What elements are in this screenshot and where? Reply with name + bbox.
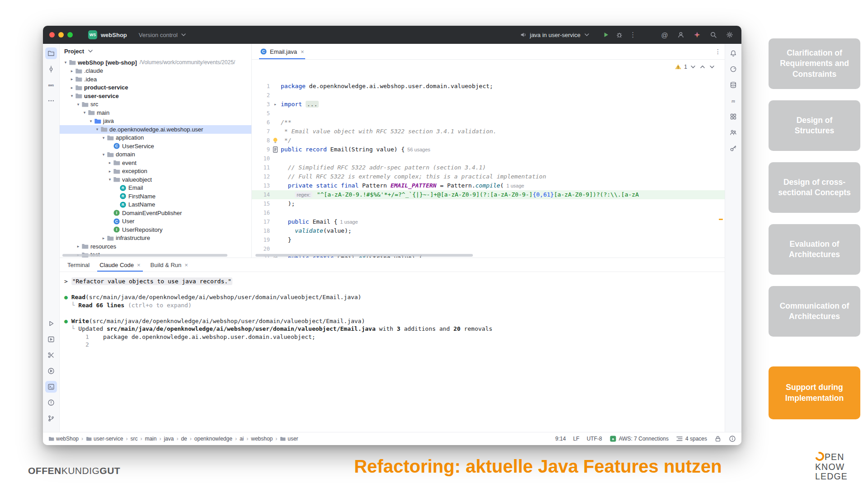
tree-item-lastname[interactable]: RLastName [60, 201, 251, 209]
breadcrumb-ai[interactable]: ai [240, 436, 244, 442]
more-icon[interactable] [45, 95, 57, 107]
chevron-down-icon[interactable] [708, 63, 716, 70]
tree-chevron-icon[interactable]: ▾ [94, 127, 100, 131]
caret-position[interactable]: 9:14 [555, 436, 566, 442]
tree-item-domaineventpublisher[interactable]: IDomainEventPublisher [60, 209, 251, 217]
scissors-icon[interactable] [45, 349, 57, 361]
problems-icon[interactable] [45, 397, 57, 408]
tree-chevron-icon[interactable]: ▸ [107, 169, 113, 174]
tree-item-valueobject[interactable]: ▾valueobject [60, 175, 251, 184]
tree-item-email[interactable]: REmail [60, 184, 251, 192]
tree-chevron-icon[interactable]: ▸ [100, 236, 107, 240]
key-icon[interactable] [727, 142, 739, 154]
tree-item-user[interactable]: CUser [60, 217, 251, 226]
tab-options-icon[interactable]: ⋮ [715, 48, 721, 55]
tree-item-java[interactable]: ▾java [60, 117, 251, 126]
close-window-button[interactable] [49, 32, 55, 38]
user-account-icon[interactable] [675, 29, 686, 40]
tree-item-application[interactable]: ▾application [60, 134, 251, 142]
tree-chevron-icon[interactable]: ▾ [107, 177, 113, 182]
project-name[interactable]: webShop [101, 32, 127, 38]
services-icon[interactable] [45, 333, 57, 345]
ai-assistant-icon[interactable] [692, 29, 703, 40]
notifications-icon[interactable] [727, 47, 739, 59]
tree-item-event[interactable]: ▸event [60, 159, 251, 167]
settings-gear-icon[interactable] [724, 29, 735, 40]
tree-item-de-openknowledge-ai-webshop-user[interactable]: ▾de.openknowledge.ai.webshop.user [60, 125, 251, 134]
tree-item-exception[interactable]: ▸exception [60, 167, 251, 176]
chevron-up-icon[interactable] [699, 63, 706, 70]
run-button[interactable] [600, 29, 611, 40]
maven-icon[interactable]: m [727, 95, 739, 107]
breadcrumb-java[interactable]: java [164, 436, 174, 442]
terminal-tab-terminal[interactable]: Terminal [62, 258, 94, 272]
close-tab-icon[interactable]: × [184, 262, 188, 268]
tree-item-product-service[interactable]: ▸product-service [60, 84, 251, 92]
tree-chevron-icon[interactable]: ▾ [81, 110, 88, 115]
aws-icon[interactable]: aws [45, 79, 57, 91]
inspection-widget[interactable]: 1 [672, 62, 718, 71]
tree-item-webshop-web-shop[interactable]: ▾webShop [web-shop]/Volumes/work/communi… [60, 58, 251, 67]
breadcrumb-user[interactable]: user [280, 435, 298, 442]
breadcrumb-user-service[interactable]: user-service [86, 435, 123, 442]
tree-item-src[interactable]: ▾src [60, 100, 251, 109]
breadcrumb-webshop[interactable]: webshop [251, 436, 273, 442]
lock-icon[interactable] [714, 435, 722, 442]
file-encoding[interactable]: UTF-8 [587, 436, 602, 442]
tree-item-userrepository[interactable]: IUserRepository [60, 225, 251, 234]
tree-item-user-service[interactable]: ▾user-service [60, 92, 251, 100]
zoom-window-button[interactable] [67, 32, 73, 38]
more-actions-icon[interactable]: ⋮ [627, 29, 638, 40]
line-separator[interactable]: LF [573, 436, 580, 442]
tree-chevron-icon[interactable]: ▾ [62, 60, 69, 65]
fold-arrow-icon[interactable]: ▸ [274, 100, 277, 109]
tree-chevron-icon[interactable]: ▾ [100, 136, 107, 140]
indent-setting[interactable]: 4 spaces [676, 435, 707, 442]
tree-chevron-icon[interactable]: ▾ [88, 119, 94, 123]
project-panel-header[interactable]: Project [60, 44, 251, 58]
minimize-window-button[interactable] [58, 32, 64, 38]
breadcrumb-main[interactable]: main [145, 436, 156, 442]
breadcrumb-src[interactable]: src [130, 436, 137, 442]
git-branch-icon[interactable] [45, 413, 57, 424]
tree-chevron-icon[interactable]: ▸ [107, 160, 113, 165]
run-icon[interactable] [45, 318, 57, 329]
tree-item-idea[interactable]: ▸.idea [60, 75, 251, 84]
run-config-widget[interactable]: java in user-service [520, 31, 590, 38]
info-icon[interactable] [729, 435, 736, 442]
close-tab-icon[interactable]: × [301, 48, 304, 55]
mention-icon[interactable]: @ [659, 29, 670, 40]
aws-connections[interactable]: a AWS: 7 Connections [609, 435, 669, 442]
breadcrumb-openknowledge[interactable]: openknowledge [194, 436, 232, 442]
collaboration-icon[interactable] [727, 127, 739, 138]
terminal-output[interactable]: > "Refactor value objects to use java re… [60, 272, 725, 432]
terminal-icon[interactable] [45, 381, 57, 393]
editor-tab-email-java[interactable]: C Email.java × [255, 44, 309, 59]
breadcrumb-de[interactable]: de [181, 436, 187, 442]
close-tab-icon[interactable]: × [137, 262, 141, 268]
breadcrumb-webshop[interactable]: webShop [48, 435, 79, 442]
tree-item-infrastructure[interactable]: ▸infrastructure [60, 234, 251, 243]
terminal-tab-claude-code[interactable]: Claude Code× [94, 258, 145, 272]
tree-item-claude[interactable]: ▸.claude [60, 67, 251, 75]
tree-item-firstname[interactable]: RFirstName [60, 192, 251, 201]
code-viewport[interactable]: 1 1package de.openknowledge.ai.webshop.u… [252, 60, 725, 258]
profiler-icon[interactable] [45, 365, 57, 377]
tree-chevron-icon[interactable]: ▾ [100, 152, 107, 157]
tree-item-domain[interactable]: ▾domain [60, 150, 251, 159]
plugins-icon[interactable] [727, 111, 739, 122]
tree-chevron-icon[interactable]: ▸ [69, 69, 75, 73]
tree-chevron-icon[interactable]: ▾ [75, 102, 81, 107]
search-icon[interactable] [708, 29, 719, 40]
tree-chevron-icon[interactable]: ▸ [69, 77, 75, 81]
vcs-widget[interactable]: Version control [139, 31, 187, 38]
tree-item-resources[interactable]: ▸resources [60, 242, 251, 251]
debug-button[interactable] [614, 29, 625, 40]
commit-icon[interactable] [45, 63, 57, 75]
database-icon[interactable] [727, 79, 739, 91]
tree-chevron-icon[interactable]: ▾ [69, 94, 75, 98]
tree-chevron-icon[interactable]: ▸ [69, 85, 75, 90]
tree-chevron-icon[interactable]: ▸ [75, 244, 81, 249]
tree-item-main[interactable]: ▾main [60, 108, 251, 117]
gradle-icon[interactable] [727, 63, 739, 75]
